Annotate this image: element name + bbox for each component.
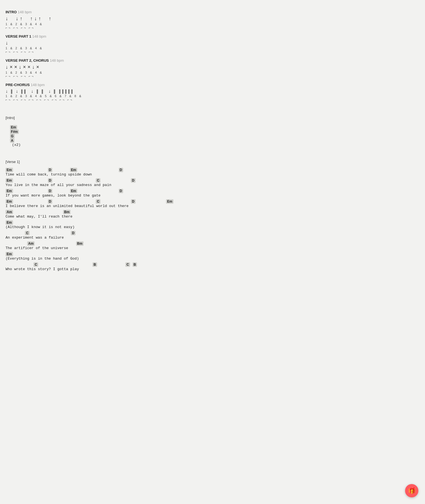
chord-em-1: Em — [6, 168, 13, 172]
chord-lyric-4: Em D C D Em I believe there is an unlimi… — [6, 199, 271, 208]
chord-em-intro: Em — [10, 125, 17, 130]
pre-chorus-beats: 1 & 2 & 3 & 4 & 5 & 6 & 7 & 8 & — [6, 94, 271, 98]
chord-b-10: B — [92, 262, 97, 267]
chord-c-10: C — [33, 262, 38, 267]
chord-em-3: Em — [6, 189, 13, 193]
verse-part2-section: VERSE PART 2, CHORUS 148 bpm ↓××↓××↓× 1 … — [6, 58, 271, 78]
intro-strums: ↓ ↓↑ ↑↓↑ ↑ — [6, 16, 271, 22]
chord-line-3: Em D Em D — [6, 189, 271, 193]
verse-part1-strums: ↓ — [6, 40, 271, 46]
intro-section: INTRO 148 bpm ↓ ↓↑ ↑↓↑ ↑ 1 & 2 & 3 & 4 &… — [6, 10, 271, 29]
chord-bm-8: Bm — [76, 241, 84, 246]
chord-lyric-10: C B C B Who wrote this story? I gotta pl… — [6, 262, 271, 271]
chord-em-4b: Em — [166, 199, 173, 204]
chord-f#m-intro: F#m — [10, 130, 19, 134]
chord-am-5: Am — [6, 210, 13, 214]
chord-c-7: C — [25, 231, 30, 235]
chord-line-4: Em D C D Em — [6, 199, 271, 204]
intro-song-label: [Intro] — [6, 116, 271, 120]
lyric-9: (Everything is in the hand of God) — [6, 257, 271, 261]
lyric-2: You live in the maze of all your sadness… — [6, 183, 271, 187]
chord-a-intro: A — [10, 138, 15, 143]
pre-chorus-strums: ↓ ‖ ↓ ‖‖ ↓ ‖ ‖ ↓ ‖ ‖‖‖‖‖ — [6, 89, 271, 94]
verse-part2-beats: 1 & 2 & 3 & 4 & — [6, 71, 271, 74]
chord-d-2b: D — [131, 178, 136, 183]
intro-chord-line: Em F#m G A (x2) — [6, 121, 271, 147]
lyric-3: If you want more games, look beyond the … — [6, 193, 271, 198]
chord-em-1b: Em — [70, 168, 77, 172]
chord-line-8: Am Bm — [6, 241, 271, 246]
chord-d-7: D — [71, 231, 76, 235]
verse-part1-brackets: ⌐¬ ⌐¬ ⌐¬ ⌐¬ — [6, 50, 271, 53]
chord-em-4: Em — [6, 199, 13, 204]
chord-b2-10: B — [133, 262, 137, 267]
chord-lyric-9: Em (Everything is in the hand of God) — [6, 252, 271, 261]
pre-chorus-title: PRE-CHORUS — [6, 83, 30, 87]
chord-line-2: Em D C D — [6, 178, 271, 183]
pre-chorus-bpm: 148 bpm — [31, 83, 45, 87]
lyric-1: Time will come back, turning upside down — [6, 172, 271, 177]
chord-lyric-5: Am Bm Come what may, I'll reach there — [6, 210, 271, 219]
chord-lyric-1: Em D Em D Time will come back, turning u… — [6, 168, 271, 177]
chord-em-6: Em — [6, 220, 13, 225]
verse-part2-bpm: 148 bpm — [50, 58, 64, 63]
chord-d-3b: D — [119, 189, 123, 193]
verse-part2-title: VERSE PART 2, CHORUS — [6, 58, 49, 63]
chord-line-5: Am Bm — [6, 210, 271, 214]
intro-header: INTRO 148 bpm — [6, 10, 271, 14]
chord-g-intro: G — [10, 134, 15, 138]
verse-part1-bpm: 148 bpm — [32, 34, 46, 38]
chord-lyric-8: Am Bm The artificer of the universe — [6, 241, 271, 250]
verse1-song-label: [Verse 1] — [6, 160, 271, 164]
chord-em-3b: Em — [70, 189, 77, 193]
chord-c-4: C — [96, 199, 100, 204]
chord-d-2: D — [48, 178, 53, 183]
chord-lyric-7: C D An experiment was a failure — [6, 231, 271, 240]
chord-bm-5: Bm — [63, 210, 71, 214]
intro-title: INTRO — [6, 10, 17, 14]
chord-c-2: C — [96, 178, 100, 183]
chord-line-6: Em — [6, 220, 271, 225]
chord-d-3a: D — [48, 189, 53, 193]
chord-line-9: Em — [6, 252, 271, 256]
verse-part1-header: VERSE PART 1 148 bpm — [6, 34, 271, 38]
chord-line-10: C B C B — [6, 262, 271, 267]
intro-beats: 1 & 2 & 3 & 4 & — [6, 22, 271, 26]
lyric-8: The artificer of the universe — [6, 246, 271, 250]
verse-part1-section: VERSE PART 1 148 bpm ↓ 1 & 2 & 3 & 4 & ⌐… — [6, 34, 271, 54]
lyric-6: (Although I know it is not easy) — [6, 225, 271, 229]
chord-em-2: Em — [6, 178, 13, 183]
chord-em-9: Em — [6, 252, 13, 256]
verse-part1-title: VERSE PART 1 — [6, 34, 31, 38]
verse-part2-header: VERSE PART 2, CHORUS 148 bpm — [6, 58, 271, 63]
lyric-4: I believe there is an unlimited beautifu… — [6, 204, 271, 208]
chord-d-1b: D — [119, 168, 123, 172]
chord-c2-10: C — [125, 262, 130, 267]
chord-d-4b: D — [131, 199, 136, 204]
lyric-5: Come what may, I'll reach there — [6, 214, 271, 219]
chord-lyric-3: Em D Em D If you want more games, look b… — [6, 189, 271, 198]
intro-repeat: (x2) — [10, 143, 21, 147]
chord-lyric-2: Em D C D You live in the maze of all you… — [6, 178, 271, 187]
lyric-10: Who wrote this story? I gotta play — [6, 267, 271, 271]
lyric-7: An experiment was a failure — [6, 236, 271, 240]
verse-part2-brackets: ⌐¬ ⌐¬ ⌐¬ ⌐¬ — [6, 74, 271, 78]
pre-chorus-header: PRE-CHORUS 148 bpm — [6, 83, 271, 87]
verse-part2-strums: ↓××↓××↓× — [6, 64, 271, 70]
chord-lyric-6: Em (Although I know it is not easy) — [6, 220, 271, 229]
pre-chorus-brackets: ⌐¬ ⌐¬ ⌐¬ ⌐¬ ⌐¬ ⌐¬ ⌐¬ ⌐¬ ⌐¬ — [6, 98, 271, 101]
intro-bpm: 148 bpm — [18, 10, 32, 14]
chord-line-1: Em D Em D — [6, 168, 271, 172]
chord-am-8: Am — [27, 241, 35, 246]
chord-d-4: D — [48, 199, 53, 204]
pre-chorus-section: PRE-CHORUS 148 bpm ↓ ‖ ↓ ‖‖ ↓ ‖ ‖ ↓ ‖ ‖‖… — [6, 83, 271, 101]
verse-part1-beats: 1 & 2 & 3 & 4 & — [6, 46, 271, 50]
chord-d-1a: D — [48, 168, 53, 172]
chord-line-7: C D — [6, 231, 271, 235]
intro-brackets: ⌐¬ ⌐¬ ⌐¬ ⌐¬ — [6, 26, 271, 29]
